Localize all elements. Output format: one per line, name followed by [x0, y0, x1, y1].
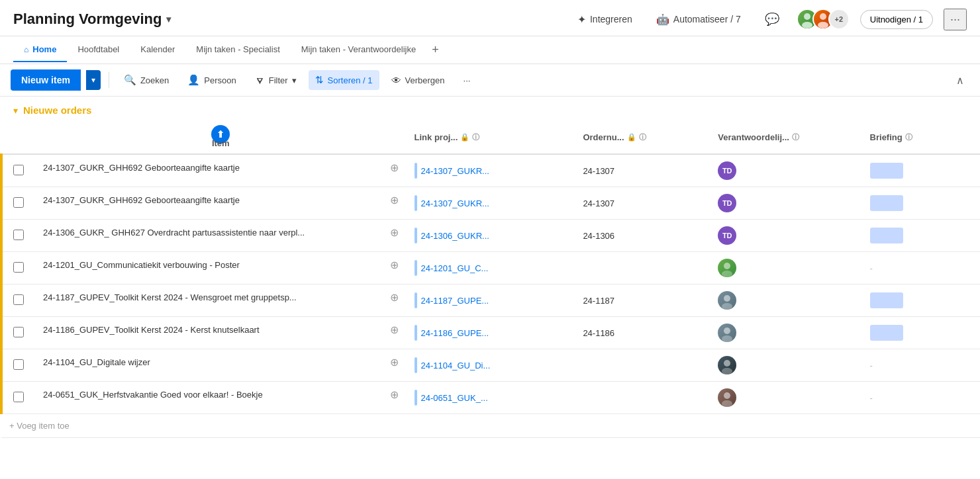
- add-item-row[interactable]: + Voeg item toe: [1, 414, 980, 438]
- col-header-item: ⬆ Item: [35, 121, 407, 154]
- link-value: 24-1187_GUPE...: [415, 292, 567, 308]
- row-checkbox[interactable]: [13, 327, 24, 337]
- row-checkbox[interactable]: [13, 165, 24, 175]
- title-chevron[interactable]: ▾: [166, 14, 171, 24]
- table-row: 24-1186_GUPEV_Toolkit Kerst 2024 - Kerst…: [1, 317, 980, 349]
- automate-label: Automatiseer / 7: [673, 14, 741, 24]
- sort-icon: ⇅: [315, 74, 324, 86]
- briefing-bar: [870, 163, 903, 179]
- add-tab-button[interactable]: +: [426, 36, 444, 64]
- row-order-cell: [575, 252, 710, 284]
- chat-button[interactable]: 💬: [758, 8, 786, 30]
- tab-kalender[interactable]: Kalender: [130, 38, 185, 62]
- tab-mijn-taken-verantwoordelijke[interactable]: Mijn taken - Verantwoordelijke: [291, 38, 426, 62]
- resp-avatar: [718, 388, 736, 407]
- row-checkbox[interactable]: [13, 197, 24, 208]
- link-text[interactable]: 24-1187_GUPE...: [421, 296, 489, 306]
- top-header: Planning Vormgeving ▾ ✦ Integreren 🤖 Aut…: [0, 0, 980, 36]
- new-item-arrow-button[interactable]: ▾: [86, 70, 101, 90]
- link-text[interactable]: 24-1307_GUKR...: [421, 166, 489, 176]
- row-resp-cell: [710, 252, 861, 284]
- link-text[interactable]: 24-1201_GU_C...: [421, 263, 489, 273]
- row-chat-button[interactable]: ⊕: [390, 324, 399, 336]
- svg-point-10: [724, 360, 730, 367]
- row-chat-button[interactable]: ⊕: [390, 291, 399, 304]
- table-container: ⬆ Item Link proj... 🔒 ⓘ Ordernu: [0, 121, 980, 438]
- row-resp-cell: TD: [710, 187, 861, 220]
- row-chat-button[interactable]: ⊕: [390, 388, 399, 401]
- row-item-text: 24-1186_GUPEV_Toolkit Kerst 2024 - Kerst…: [43, 325, 385, 335]
- nav-tabs: ⌂ Home Hoofdtabel Kalender Mijn taken - …: [0, 36, 980, 64]
- row-checkbox[interactable]: [13, 359, 24, 370]
- row-briefing-cell: -: [862, 252, 980, 284]
- row-link-cell: 24-1201_GU_C...: [407, 252, 575, 284]
- row-briefing-cell: [862, 220, 980, 252]
- row-chat-button[interactable]: ⊕: [390, 161, 399, 174]
- row-chat-button[interactable]: ⊕: [390, 226, 399, 239]
- row-item-text: 24-0651_GUK_Herfstvakantie Goed voor elk…: [43, 390, 385, 400]
- person-button[interactable]: 👤 Persoon: [181, 70, 242, 90]
- new-item-button[interactable]: Nieuw item: [11, 69, 81, 91]
- row-order-cell: 24-1306: [575, 220, 710, 252]
- row-checkbox[interactable]: [13, 294, 24, 305]
- collapse-button[interactable]: ∧: [951, 71, 969, 89]
- row-item-cell: 24-1104_GU_Digitale wijzer⊕: [35, 349, 407, 375]
- integrate-button[interactable]: ✦ Integreren: [571, 9, 639, 30]
- section-toggle[interactable]: ▾: [13, 105, 18, 116]
- row-item-cell: 24-1186_GUPEV_Toolkit Kerst 2024 - Kerst…: [35, 317, 407, 343]
- link-text[interactable]: 24-1306_GUKR...: [421, 231, 489, 241]
- row-chat-button[interactable]: ⊕: [390, 356, 399, 369]
- resp-avatar: TD: [718, 161, 736, 180]
- table-header-row: ⬆ Item Link proj... 🔒 ⓘ Ordernu: [1, 121, 980, 154]
- invite-button[interactable]: Uitnodigen / 1: [860, 10, 933, 29]
- more-options-button[interactable]: ···: [944, 9, 967, 30]
- link-bar-indicator: [415, 228, 417, 243]
- automate-button[interactable]: 🤖 Automatiseer / 7: [650, 9, 748, 30]
- row-checkbox-cell: [1, 154, 35, 187]
- tab-home[interactable]: ⌂ Home: [13, 38, 67, 62]
- svg-point-5: [722, 271, 732, 277]
- link-bar-indicator: [415, 292, 417, 308]
- row-chat-button[interactable]: ⊕: [390, 194, 399, 206]
- row-item-text: 24-1104_GU_Digitale wijzer: [43, 357, 385, 367]
- row-checkbox[interactable]: [13, 230, 24, 240]
- add-item-label[interactable]: + Voeg item toe: [1, 414, 980, 438]
- col-header-order: Ordernu... 🔒 ⓘ: [575, 121, 710, 154]
- link-text[interactable]: 24-0651_GUK_...: [421, 393, 488, 403]
- more-toolbar-button[interactable]: ···: [457, 71, 477, 89]
- link-text[interactable]: 24-1104_GU_Di...: [421, 361, 491, 370]
- svg-point-3: [818, 22, 828, 28]
- hide-button[interactable]: 👁 Verbergen: [385, 71, 452, 90]
- svg-point-6: [724, 295, 730, 302]
- link-text[interactable]: 24-1307_GUKR...: [421, 198, 489, 208]
- row-resp-cell: [710, 317, 861, 349]
- row-link-cell: 24-1187_GUPE...: [407, 284, 575, 317]
- row-chat-button[interactable]: ⊕: [390, 259, 399, 271]
- avatar-badge[interactable]: +2: [828, 9, 850, 30]
- col-resp-label: Verantwoordelij...: [718, 132, 789, 142]
- row-checkbox-cell: [1, 382, 35, 414]
- sort-button[interactable]: ⇅ Sorteren / 1: [309, 70, 379, 90]
- col-resp-info-icon: ⓘ: [792, 132, 799, 142]
- search-button[interactable]: 🔍 Zoeken: [117, 70, 175, 90]
- row-link-cell: 24-1186_GUPE...: [407, 317, 575, 349]
- tab-hoofdtabel[interactable]: Hoofdtabel: [67, 38, 130, 62]
- filter-button[interactable]: ⛛ Filter ▾: [248, 71, 303, 90]
- tab-mijn-taken-specialist[interactable]: Mijn taken - Specialist: [185, 38, 290, 62]
- hide-label: Verbergen: [405, 75, 445, 85]
- new-item-dropdown-icon: ▾: [91, 75, 95, 85]
- svg-point-2: [820, 13, 826, 20]
- row-checkbox-cell: [1, 252, 35, 284]
- link-text[interactable]: 24-1186_GUPE...: [421, 328, 489, 338]
- row-checkbox[interactable]: [13, 392, 24, 402]
- row-resp-cell: [710, 349, 861, 382]
- resp-avatar: [718, 324, 736, 342]
- link-value: 24-1186_GUPE...: [415, 325, 567, 341]
- row-order-cell: [575, 382, 710, 414]
- svg-point-12: [724, 392, 730, 399]
- main-table: ⬆ Item Link proj... 🔒 ⓘ Ordernu: [0, 121, 980, 438]
- row-checkbox[interactable]: [13, 262, 24, 273]
- link-value: 24-1307_GUKR...: [415, 163, 567, 179]
- integrate-icon: ✦: [577, 13, 586, 26]
- search-icon: 🔍: [124, 74, 136, 86]
